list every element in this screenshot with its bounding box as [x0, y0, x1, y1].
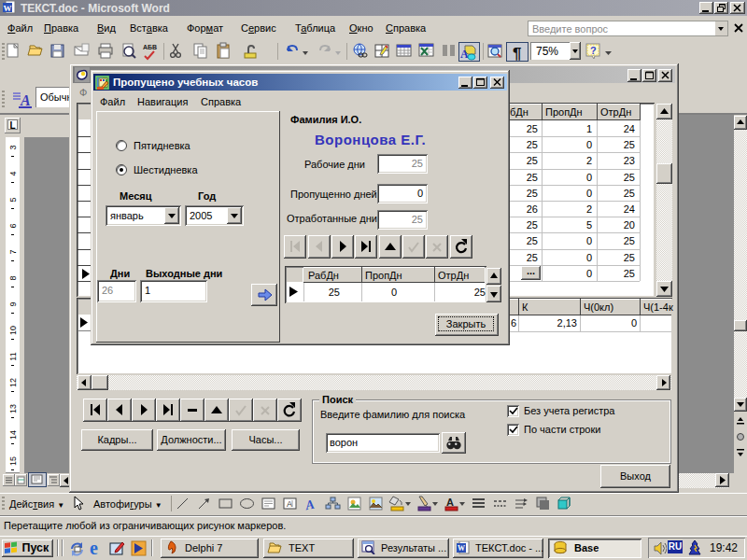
- svg-text:A: A: [303, 497, 316, 513]
- svg-text:A: A: [287, 499, 292, 509]
- svg-text:А: А: [446, 497, 454, 508]
- svg-text:¶: ¶: [513, 45, 521, 61]
- svg-text:W: W: [458, 544, 465, 553]
- svg-text:A: A: [20, 92, 31, 108]
- svg-text:W: W: [4, 4, 12, 13]
- svg-text:АБВ: АБВ: [143, 44, 157, 50]
- svg-text:?: ?: [590, 45, 597, 56]
- svg-text:A: A: [460, 48, 469, 61]
